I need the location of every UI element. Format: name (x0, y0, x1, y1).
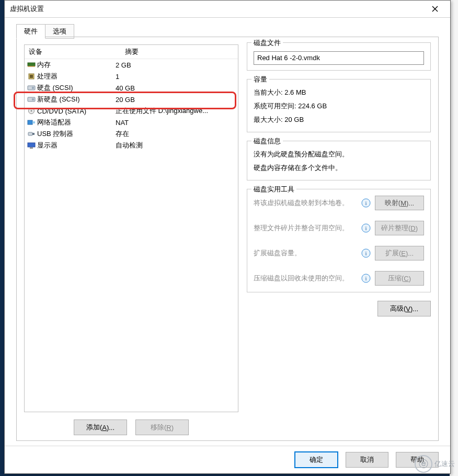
display-icon (27, 142, 36, 149)
usb-icon (27, 130, 36, 138)
diskfile-field[interactable]: Red Hat 6 -2-0.vmdk (254, 51, 424, 65)
device-name: 硬盘 (SCSI) (36, 83, 116, 93)
remove-device-button[interactable]: 移除(R) (135, 420, 189, 435)
disk-icon (27, 84, 36, 92)
ok-button[interactable]: 确定 (294, 451, 338, 468)
device-name: 网络适配器 (36, 118, 116, 127)
disk-icon (27, 96, 36, 103)
defrag-button[interactable]: 碎片整理(D) (375, 221, 424, 235)
expand-button[interactable]: 扩展(E)... (375, 246, 424, 260)
svg-rect-13 (32, 121, 35, 123)
svg-point-7 (32, 87, 34, 89)
background-stripe (450, 0, 458, 476)
right-column: 磁盘文件 Red Hat 6 -2-0.vmdk 容量 当前大小: 2.6 MB… (244, 37, 438, 440)
header-device: 设备 (25, 45, 121, 59)
diskfile-group: 磁盘文件 Red Hat 6 -2-0.vmdk (247, 42, 431, 71)
svg-text:i: i (365, 250, 367, 256)
device-row-usb[interactable]: USB 控制器 存在 (25, 128, 238, 140)
left-column: 设备 摘要 内存 2 GB 处理器 1 (17, 37, 244, 440)
capacity-group: 容量 当前大小: 2.6 MB 系统可用空间: 224.6 GB 最大大小: 2… (247, 79, 431, 132)
tool-row-defrag: 整理文件碎片并整合可用空间。 i 碎片整理(D) (254, 221, 424, 235)
header-summary: 摘要 (121, 45, 143, 59)
device-summary: 1 (116, 73, 236, 81)
close-button[interactable] (425, 2, 445, 16)
device-name: 显示器 (36, 141, 116, 150)
device-buttons: 添加(A)... 移除(R) (24, 412, 238, 435)
map-button[interactable]: 映射(M)... (375, 196, 424, 210)
dialog-body: 硬件 选项 设备 摘要 内存 2 GB (5, 18, 450, 446)
close-icon (432, 6, 438, 12)
device-name: CD/DVD (SATA) (36, 107, 116, 115)
svg-rect-2 (28, 63, 35, 66)
svg-rect-16 (28, 143, 35, 147)
defrag-desc: 整理文件碎片并整合可用空间。 (254, 223, 357, 233)
device-row-disk1[interactable]: 新硬盘 (SCSI) 20 GB (25, 94, 238, 105)
device-name: 内存 (36, 60, 116, 70)
map-desc: 将该虚拟机磁盘映射到本地卷。 (254, 198, 357, 208)
device-row-cpu[interactable]: 处理器 1 (25, 71, 238, 82)
expand-desc: 扩展磁盘容量。 (254, 248, 357, 258)
capacity-max: 最大大小: 20 GB (254, 113, 424, 127)
device-row-memory[interactable]: 内存 2 GB (25, 59, 238, 71)
device-row-display[interactable]: 显示器 自动检测 (25, 140, 238, 151)
device-summary: 自动检测 (116, 141, 236, 150)
svg-text:i: i (365, 275, 367, 281)
device-row-nic[interactable]: 网络适配器 NAT (25, 117, 238, 128)
svg-rect-5 (30, 75, 33, 78)
watermark: ⓔ 亿速云 (415, 455, 455, 473)
svg-text:i: i (365, 200, 367, 206)
watermark-icon: ⓔ (415, 455, 432, 473)
add-device-button[interactable]: 添加(A)... (74, 420, 127, 435)
svg-point-9 (32, 98, 34, 100)
tab-panel: 设备 摘要 内存 2 GB 处理器 1 (16, 37, 439, 441)
tab-hardware[interactable]: 硬件 (16, 24, 45, 39)
tool-row-map: 将该虚拟机磁盘映射到本地卷。 i 映射(M)... (254, 196, 424, 210)
diskinfo-group: 磁盘信息 没有为此硬盘预分配磁盘空间。 硬盘内容存储在多个文件中。 (247, 141, 431, 180)
device-name: USB 控制器 (36, 129, 116, 139)
diskinfo-line1: 没有为此硬盘预分配磁盘空间。 (254, 148, 424, 161)
svg-rect-17 (30, 148, 33, 149)
info-icon: i (361, 248, 371, 258)
capacity-legend: 容量 (251, 75, 269, 84)
svg-rect-15 (32, 133, 35, 135)
svg-text:i: i (365, 225, 367, 231)
device-list-header: 设备 摘要 (25, 45, 238, 59)
svg-point-11 (31, 110, 32, 112)
window-title: 虚拟机设置 (10, 1, 425, 17)
compact-button[interactable]: 压缩(C) (375, 271, 424, 286)
memory-icon (27, 61, 36, 69)
titlebar: 虚拟机设置 (5, 1, 450, 18)
capacity-sysfree: 系统可用空间: 224.6 GB (254, 99, 424, 113)
device-summary: 2 GB (116, 61, 236, 69)
diskinfo-line2: 硬盘内容存储在多个文件中。 (254, 161, 424, 175)
svg-rect-12 (28, 120, 32, 124)
nic-icon (27, 119, 36, 126)
cd-icon (27, 107, 36, 115)
dialog-footer: 确定 取消 帮助 (5, 446, 450, 473)
device-summary: 存在 (116, 129, 236, 139)
tool-row-compact: 压缩磁盘以回收未使用的空间。 i 压缩(C) (254, 271, 424, 286)
info-icon: i (361, 274, 371, 283)
advanced-button[interactable]: 高级(V)... (377, 301, 431, 316)
device-summary: 20 GB (116, 96, 236, 104)
svg-rect-3 (28, 66, 35, 67)
compact-desc: 压缩磁盘以回收未使用的空间。 (254, 274, 357, 283)
info-icon: i (361, 223, 371, 233)
device-summary: 40 GB (116, 84, 236, 92)
diskinfo-legend: 磁盘信息 (251, 137, 283, 146)
device-name: 处理器 (36, 72, 116, 81)
device-summary: NAT (116, 119, 236, 127)
device-list[interactable]: 设备 摘要 内存 2 GB 处理器 1 (24, 44, 238, 412)
disktools-group: 磁盘实用工具 将该虚拟机磁盘映射到本地卷。 i 映射(M)... 整理文件碎片并… (247, 189, 431, 292)
capacity-current: 当前大小: 2.6 MB (254, 86, 424, 99)
diskfile-legend: 磁盘文件 (251, 38, 283, 48)
cancel-button[interactable]: 取消 (346, 452, 388, 468)
svg-rect-14 (28, 132, 32, 135)
cpu-icon (27, 73, 36, 80)
device-name: 新硬盘 (SCSI) (36, 95, 116, 104)
watermark-text: 亿速云 (434, 459, 455, 469)
disktools-legend: 磁盘实用工具 (251, 185, 296, 194)
device-row-disk0[interactable]: 硬盘 (SCSI) 40 GB (25, 82, 238, 94)
device-summary: 正在使用文件 D:\jingxiangwe... (116, 106, 236, 116)
device-row-cddvd[interactable]: CD/DVD (SATA) 正在使用文件 D:\jingxiangwe... (25, 105, 238, 117)
